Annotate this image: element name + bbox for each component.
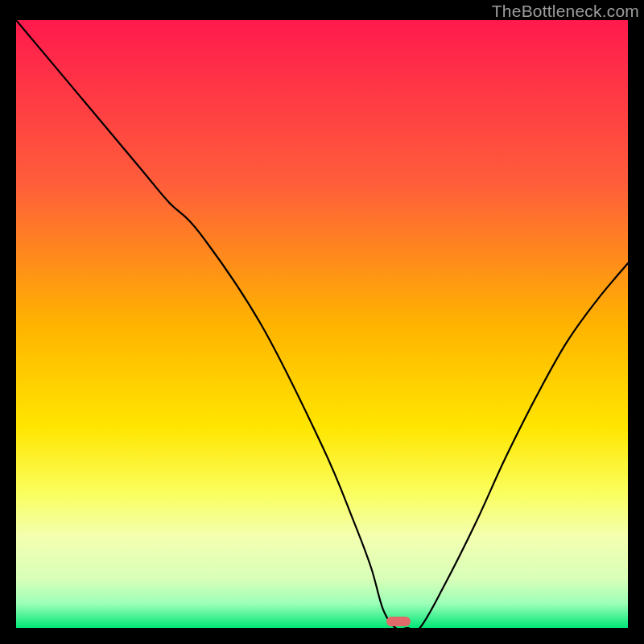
watermark-text: TheBottleneck.com: [492, 2, 639, 21]
bottleneck-curve: [16, 20, 628, 628]
chart-frame: TheBottleneck.com: [0, 0, 644, 644]
plot-area: [16, 20, 628, 628]
optimum-marker: [386, 617, 411, 626]
